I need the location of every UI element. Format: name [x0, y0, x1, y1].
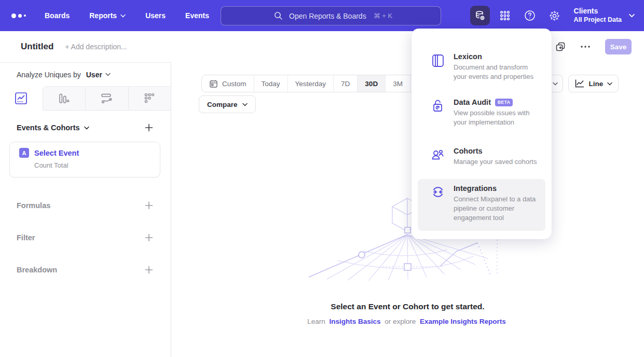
date-range-yesterday[interactable]: Yesterday: [288, 75, 334, 92]
menu-item-data-audit[interactable]: Data Audit BETA View possible issues wit…: [418, 93, 545, 132]
chevron-down-icon: [607, 82, 612, 86]
date-range-7d-label: 7D: [341, 80, 350, 88]
add-breakdown-button[interactable]: [145, 266, 153, 274]
org-name: Clients: [574, 7, 622, 16]
integrations-sync-icon: [431, 184, 445, 226]
mixpanel-logo-icon[interactable]: [11, 13, 32, 18]
grid-dots-icon: [499, 10, 511, 21]
line-chart-tab-icon: [15, 92, 28, 105]
events-cohorts-label: Events & Cohorts: [17, 123, 80, 132]
breakdown-label: Breakdown: [17, 266, 57, 274]
empty-state-links: Learn Insights Basics or explore Example…: [171, 318, 644, 325]
date-range-3m[interactable]: 3M: [386, 75, 410, 92]
project-selector[interactable]: Clients All Project Data: [574, 7, 635, 24]
event-series-badge: A: [19, 148, 29, 158]
gear-icon: [549, 10, 560, 22]
save-button[interactable]: Save: [605, 39, 632, 54]
lexicon-book-icon: [431, 52, 445, 81]
integrations-description: Connect Mixpanel to a data pipeline or c…: [454, 195, 540, 223]
breakdown-section: Breakdown: [0, 266, 171, 274]
date-range-custom-label: Custom: [222, 80, 246, 88]
date-range-custom[interactable]: Custom: [202, 75, 254, 92]
count-total-selector[interactable]: Count Total: [34, 161, 153, 169]
apps-grid-button[interactable]: [495, 6, 515, 25]
more-options-button[interactable]: [580, 45, 591, 48]
tab-bar-chart[interactable]: [43, 86, 86, 111]
search-input[interactable]: Open Reports & Boards ⌘ + K: [221, 6, 441, 25]
beta-badge: BETA: [495, 99, 513, 106]
analyze-value: User: [86, 71, 102, 79]
chevron-down-icon: [120, 14, 126, 18]
add-description-field[interactable]: + Add description...: [65, 43, 127, 51]
filter-label: Filter: [17, 234, 35, 242]
data-management-button[interactable]: [470, 6, 490, 25]
menu-item-lexicon[interactable]: Lexicon Document and transform your even…: [418, 47, 545, 87]
nav-events-label: Events: [185, 11, 209, 20]
project-name: All Project Data: [574, 16, 622, 24]
chevron-down-icon: [105, 73, 111, 76]
nav-boards[interactable]: Boards: [45, 11, 70, 20]
cohorts-people-icon: [431, 147, 445, 167]
date-range-today-label: Today: [262, 80, 280, 88]
add-filter-button[interactable]: [145, 234, 153, 242]
search-icon: [274, 11, 283, 20]
example-insights-reports-link[interactable]: Example Insights Reports: [420, 318, 506, 325]
nav-events[interactable]: Events: [185, 11, 209, 20]
chevron-down-icon: [242, 103, 248, 106]
analyze-uniques-selector[interactable]: Analyze Uniques by User: [0, 63, 171, 86]
chevron-down-icon: [553, 82, 558, 86]
line-chart-icon: [574, 79, 585, 88]
report-title[interactable]: Untitled: [21, 42, 53, 52]
date-range-3m-label: 3M: [393, 80, 403, 88]
app-root: Boards Reports Users Events Open Reports…: [0, 0, 644, 357]
nav-boards-label: Boards: [45, 11, 70, 20]
events-cohorts-toggle[interactable]: Events & Cohorts: [17, 123, 89, 132]
insights-basics-link[interactable]: Insights Basics: [329, 318, 380, 325]
plus-icon: [145, 123, 153, 132]
chart-type-dropdown[interactable]: Line: [568, 75, 619, 92]
cohorts-title: Cohorts: [454, 147, 483, 155]
data-audit-title: Data Audit: [454, 98, 491, 106]
ellipsis-icon: [580, 45, 591, 48]
tab-insights-line[interactable]: [0, 86, 43, 111]
date-range-30d-label: 30D: [365, 80, 378, 88]
cohorts-description: Manage your saved cohorts: [454, 157, 537, 167]
menu-item-cohorts[interactable]: Cohorts Manage your saved cohorts: [418, 142, 545, 172]
chart-type-label: Line: [589, 80, 604, 88]
formulas-section: Formulas: [0, 201, 171, 210]
date-range-7d[interactable]: 7D: [334, 75, 358, 92]
help-button[interactable]: [520, 6, 540, 25]
events-cohorts-header: Events & Cohorts: [0, 123, 171, 132]
nav-right-cluster: Clients All Project Data: [470, 0, 635, 31]
database-gear-icon: [474, 10, 486, 21]
menu-item-integrations[interactable]: Integrations Connect Mixpanel to a data …: [418, 179, 545, 231]
date-range-today[interactable]: Today: [254, 75, 288, 92]
data-audit-icon: [431, 98, 445, 127]
lexicon-title: Lexicon: [454, 52, 482, 61]
tab-flows[interactable]: [85, 86, 128, 111]
event-card-select-event[interactable]: A Select Event Count Total: [9, 142, 160, 177]
formulas-label: Formulas: [17, 201, 50, 210]
nav-users[interactable]: Users: [145, 11, 166, 20]
add-event-button[interactable]: [145, 123, 153, 132]
search-placeholder: Open Reports & Boards: [289, 12, 366, 20]
header-actions: Save: [555, 39, 632, 54]
data-management-dropdown: Lexicon Document and transform your even…: [412, 29, 552, 239]
report-canvas: Custom Today Yesterday 7D 30D 3M 6M Comp…: [171, 62, 644, 357]
date-range-30d-selected[interactable]: 30D: [358, 75, 386, 92]
top-nav: Boards Reports Users Events Open Reports…: [0, 0, 644, 31]
add-formula-button[interactable]: [145, 201, 153, 210]
compare-label: Compare: [207, 101, 238, 108]
nav-reports-label: Reports: [89, 11, 117, 20]
settings-button[interactable]: [545, 6, 565, 25]
help-icon: [524, 9, 536, 22]
integrations-title: Integrations: [454, 184, 497, 193]
tab-retention[interactable]: [128, 86, 171, 111]
date-range-yesterday-label: Yesterday: [295, 80, 326, 88]
duplicate-icon: [555, 42, 566, 52]
nav-reports[interactable]: Reports: [89, 11, 126, 20]
primary-nav: Boards Reports Users Events: [45, 11, 209, 20]
bar-chart-tab-icon: [58, 92, 70, 105]
duplicate-button[interactable]: [555, 42, 566, 52]
compare-button[interactable]: Compare: [199, 95, 256, 113]
